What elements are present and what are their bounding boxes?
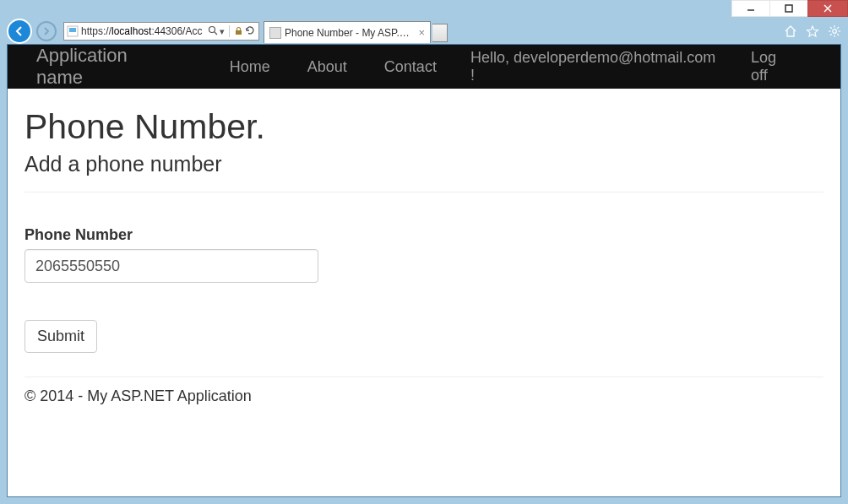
svg-line-16 — [830, 34, 832, 35]
site-navbar: Application name Home About Contact Hell… — [8, 45, 840, 89]
divider — [24, 192, 824, 192]
footer-divider — [24, 377, 824, 377]
svg-line-14 — [830, 27, 832, 29]
svg-rect-1 — [785, 5, 792, 12]
address-bar[interactable]: https://localhost:44306/Acc ▾ — [63, 22, 259, 41]
nav-forward-button[interactable] — [36, 21, 57, 41]
svg-point-9 — [833, 30, 837, 34]
page-body: Phone Number. Add a phone number Phone N… — [8, 89, 840, 412]
browser-tab[interactable]: Phone Number - My ASP.N... × — [264, 21, 431, 43]
dropdown-icon[interactable]: ▾ — [220, 26, 225, 37]
page-subtitle: Add a phone number — [24, 152, 824, 176]
phone-input[interactable] — [24, 249, 318, 283]
settings-icon[interactable] — [828, 24, 841, 38]
nav-greeting[interactable]: Hello, developerdemo@hotmail.com ! — [455, 49, 736, 84]
refresh-icon[interactable] — [245, 25, 255, 37]
nav-home[interactable]: Home — [211, 58, 289, 76]
footer-text: © 2014 - My ASP.NET Application — [24, 387, 824, 405]
address-text: https://localhost:44306/Acc — [81, 25, 204, 37]
home-icon[interactable] — [784, 24, 797, 38]
svg-line-7 — [215, 32, 217, 35]
lock-icon[interactable] — [234, 26, 243, 37]
svg-rect-5 — [69, 28, 76, 32]
submit-button[interactable]: Submit — [24, 320, 97, 353]
brand-link[interactable]: Application name — [36, 45, 177, 89]
tab-close-icon[interactable]: × — [418, 26, 425, 39]
browser-viewport: Application name Home About Contact Hell… — [7, 44, 841, 497]
new-tab-button[interactable] — [432, 24, 448, 42]
tab-favicon — [269, 27, 281, 39]
nav-contact[interactable]: Contact — [366, 58, 455, 76]
site-icon — [66, 24, 79, 38]
window-maximize-button[interactable] — [769, 0, 808, 17]
svg-rect-8 — [236, 30, 242, 35]
phone-label: Phone Number — [24, 226, 824, 244]
page-title: Phone Number. — [24, 107, 824, 147]
window-titlebar — [0, 0, 848, 19]
window-minimize-button[interactable] — [731, 0, 770, 17]
address-controls: ▾ — [204, 25, 258, 37]
nav-back-button[interactable] — [7, 19, 32, 44]
svg-line-15 — [837, 34, 839, 35]
search-icon[interactable] — [208, 25, 218, 37]
nav-right: Hello, developerdemo@hotmail.com ! Log o… — [455, 49, 840, 84]
svg-line-17 — [837, 27, 839, 29]
nav-logoff[interactable]: Log off — [736, 49, 812, 84]
window-close-button[interactable] — [807, 0, 848, 17]
tab-title: Phone Number - My ASP.N... — [285, 27, 415, 39]
svg-point-6 — [209, 27, 215, 33]
nav-about[interactable]: About — [289, 58, 366, 76]
browser-toolbar: https://localhost:44306/Acc ▾ Phone Numb… — [0, 19, 848, 44]
favorites-icon[interactable] — [806, 24, 819, 38]
